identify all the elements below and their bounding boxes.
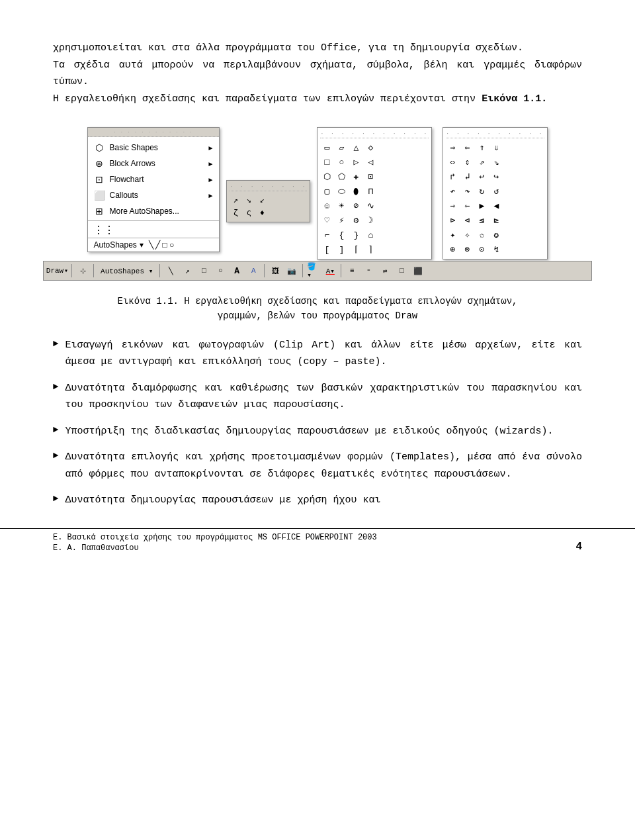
arrow-diag2[interactable]: ⇘ xyxy=(489,156,503,169)
shape-rounded[interactable]: ▢ xyxy=(320,185,333,198)
shape-triangle[interactable]: △ xyxy=(349,141,362,154)
arrow-5a[interactable]: ⊳ xyxy=(446,214,459,227)
shape-cross[interactable]: ✚ xyxy=(349,170,362,183)
autoshapes-label-bar[interactable]: AutoShapes ▾ ╲ ╱ □ ○ xyxy=(88,238,219,252)
tool-3[interactable]: ↙ xyxy=(256,194,268,206)
arrow-left[interactable]: ⇐ xyxy=(460,141,474,154)
arrow-6d[interactable]: ✪ xyxy=(489,228,503,242)
footer-left: Ε. Βασικά στοιχεία χρήσης του προγράμματ… xyxy=(53,533,377,553)
shape-triangle2[interactable]: ▷ xyxy=(349,156,362,169)
arrow-7a[interactable]: ⊕ xyxy=(446,243,459,256)
line-color-btn[interactable]: A▾ xyxy=(323,263,337,278)
shape-brace1[interactable]: { xyxy=(335,228,348,242)
select-btn[interactable]: ⊹ xyxy=(75,263,90,278)
dash-style-btn[interactable]: ⁼ xyxy=(361,263,376,278)
arrow-curved1[interactable]: ↶ xyxy=(446,185,459,198)
tool-4[interactable]: ζ xyxy=(230,207,241,219)
arrow-uturn[interactable]: ↩ xyxy=(475,170,488,183)
shape-sun[interactable]: ☀ xyxy=(335,199,348,212)
shape-chevron[interactable]: ⌂ xyxy=(364,228,377,242)
arrow-diag1[interactable]: ⇗ xyxy=(475,156,488,169)
menu-item-callouts[interactable]: ⬜ Callouts ► xyxy=(88,187,219,203)
menu-item-flowchart[interactable]: ⊡ Flowchart ► xyxy=(88,171,219,187)
shape-noentry[interactable]: ⊘ xyxy=(349,199,362,212)
arrow-btn[interactable]: ↗ xyxy=(180,263,194,278)
arrow-7d[interactable]: ↯ xyxy=(489,243,503,256)
clipart-btn[interactable]: 🖼 xyxy=(268,263,282,278)
arrow-thick4[interactable]: ◀ xyxy=(489,199,503,212)
shadow-btn[interactable]: □ xyxy=(394,263,409,278)
arrow-5c[interactable]: ⊴ xyxy=(475,214,488,227)
arrows-panel-header: · · · · · · · · · · xyxy=(446,130,544,138)
3d-btn[interactable]: ⬛ xyxy=(411,263,425,278)
shape-rect[interactable]: ▭ xyxy=(320,141,333,154)
shape-diamond[interactable]: ◇ xyxy=(364,141,377,154)
shape-crescent[interactable]: ☽ xyxy=(364,214,377,227)
shape-parallelogram[interactable]: ▱ xyxy=(335,141,348,154)
arrow-thick3[interactable]: ▶ xyxy=(475,199,488,212)
line-style-btn[interactable]: ≡ xyxy=(345,263,359,278)
arrow-6a[interactable]: ✦ xyxy=(446,228,459,242)
fill-color-btn[interactable]: 🪣▾ xyxy=(306,263,321,278)
menu-item-block-arrows[interactable]: ⊛ Block Arrows ► xyxy=(88,156,219,171)
arrow-up[interactable]: ⇑ xyxy=(475,141,488,154)
shape-rounded3[interactable]: ⬮ xyxy=(349,185,362,198)
arrow-7c[interactable]: ⊙ xyxy=(475,243,488,256)
shape-octagon[interactable]: ⬠ xyxy=(335,170,348,183)
draw-dropdown[interactable]: ▾ xyxy=(64,267,68,275)
menu-item-basic-shapes[interactable]: ⬡ Basic Shapes ► xyxy=(88,140,219,156)
draw-menu-btn[interactable]: Draw xyxy=(48,263,62,278)
shape-smiley[interactable]: ☺ xyxy=(320,199,333,212)
arrow-ud[interactable]: ⇕ xyxy=(460,156,474,169)
arrow-cw[interactable]: ↻ xyxy=(475,185,488,198)
shape-rect2[interactable]: □ xyxy=(320,156,333,169)
wordart-btn[interactable]: A xyxy=(246,263,261,278)
shape-frame[interactable]: ⊡ xyxy=(364,170,377,183)
shape-hexagon[interactable]: ⬡ xyxy=(320,170,333,183)
shape-angle[interactable]: ⌐ xyxy=(320,228,333,242)
menu-item-more-autoshapes[interactable]: ⊞ More AutoShapes... xyxy=(88,203,219,219)
more-autoshapes-icon: ⊞ xyxy=(93,205,105,217)
arrow-right[interactable]: ⇒ xyxy=(446,141,459,154)
shape-tab[interactable]: ⊓ xyxy=(364,185,377,198)
shape-heart[interactable]: ♡ xyxy=(320,214,333,227)
shape-wave[interactable]: ∿ xyxy=(364,199,377,212)
arrow-bent2[interactable]: ↲ xyxy=(460,170,474,183)
ellipse-btn[interactable]: ○ xyxy=(213,263,228,278)
arrow-7b[interactable]: ⊗ xyxy=(460,243,474,256)
shape-rtriangle[interactable]: ◁ xyxy=(364,156,377,169)
shape-bracket1[interactable]: [ xyxy=(320,243,333,256)
shape-brace2[interactable]: } xyxy=(349,228,362,242)
shape-cbrace1[interactable]: ⌈ xyxy=(349,243,362,256)
tool-2[interactable]: ↘ xyxy=(243,194,255,206)
arrow-bent1[interactable]: ↱ xyxy=(446,170,459,183)
arrow-thick2[interactable]: ⇽ xyxy=(460,199,474,212)
arrow-thick1[interactable]: ⇾ xyxy=(446,199,459,212)
shape-bracket2[interactable]: ] xyxy=(335,243,348,256)
arrow-curved2[interactable]: ↷ xyxy=(460,185,474,198)
arrow-style-btn[interactable]: ⇌ xyxy=(378,263,392,278)
line-btn[interactable]: ╲ xyxy=(163,263,178,278)
arrow-5b[interactable]: ⊲ xyxy=(460,214,474,227)
arrow-5d[interactable]: ⊵ xyxy=(489,214,503,227)
shape-circle[interactable]: ○ xyxy=(335,156,348,169)
arrow-down[interactable]: ⇓ xyxy=(489,141,503,154)
tool-6[interactable]: ♦ xyxy=(256,207,268,219)
rect-btn[interactable]: □ xyxy=(196,263,211,278)
arrow-ccw[interactable]: ↺ xyxy=(489,185,503,198)
shape-gear[interactable]: ⚙ xyxy=(349,214,362,227)
arrow-6b[interactable]: ✧ xyxy=(460,228,474,242)
shape-rounded2[interactable]: ⬭ xyxy=(335,185,348,198)
textbox-btn[interactable]: A xyxy=(230,263,244,278)
tool-1[interactable]: ↗ xyxy=(230,194,241,206)
arrow-lr[interactable]: ⇔ xyxy=(446,156,459,169)
picture-btn[interactable]: 📷 xyxy=(284,263,299,278)
tool-5[interactable]: ς xyxy=(243,207,255,219)
footer-line1: Ε. Βασικά στοιχεία χρήσης του προγράμματ… xyxy=(53,533,377,542)
bullet-arrow-4: ► xyxy=(53,450,58,461)
arrow-6c[interactable]: ✩ xyxy=(475,228,488,242)
autoshapes-tb-btn[interactable]: AutoShapes ▾ xyxy=(97,263,156,278)
shape-lightning[interactable]: ⚡ xyxy=(335,214,348,227)
shape-cbrace2[interactable]: ⌉ xyxy=(364,243,377,256)
arrow-uturn2[interactable]: ↪ xyxy=(489,170,503,183)
